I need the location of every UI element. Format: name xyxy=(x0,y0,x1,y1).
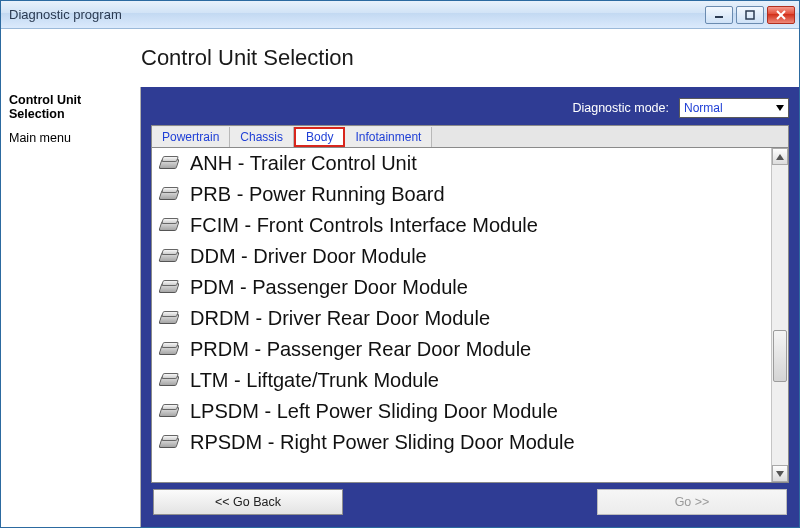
tab-chassis[interactable]: Chassis xyxy=(230,127,294,147)
diagnostic-mode-value: Normal xyxy=(684,101,723,115)
list-item-label: RPSDM - Right Power Sliding Door Module xyxy=(190,431,575,454)
minimize-button[interactable] xyxy=(705,6,733,24)
diagnostic-mode-label: Diagnostic mode: xyxy=(572,101,669,115)
ecu-chip-icon xyxy=(158,404,180,420)
svg-rect-1 xyxy=(746,11,754,19)
app-window: Diagnostic program Control Unit Selectio… xyxy=(0,0,800,528)
ecu-chip-icon xyxy=(158,218,180,234)
module-list-wrap: ANH - Trailer Control UnitPRB - Power Ru… xyxy=(151,147,789,483)
list-item[interactable]: DDM - Driver Door Module xyxy=(152,241,771,272)
ecu-chip-icon xyxy=(158,156,180,172)
list-item-label: PRDM - Passenger Rear Door Module xyxy=(190,338,531,361)
tabstrip: PowertrainChassisBodyInfotainment xyxy=(151,125,789,147)
list-item-label: LPSDM - Left Power Sliding Door Module xyxy=(190,400,558,423)
body: Control Unit SelectionMain menu Diagnost… xyxy=(1,87,799,527)
list-item-label: ANH - Trailer Control Unit xyxy=(190,152,417,175)
list-item-label: PRB - Power Running Board xyxy=(190,183,445,206)
ecu-chip-icon xyxy=(158,280,180,296)
chevron-down-icon xyxy=(776,105,784,111)
header: Control Unit Selection xyxy=(1,29,799,87)
ecu-chip-icon xyxy=(158,187,180,203)
ecu-chip-icon xyxy=(158,373,180,389)
list-item-label: FCIM - Front Controls Interface Module xyxy=(190,214,538,237)
go-back-button[interactable]: << Go Back xyxy=(153,489,343,515)
ecu-chip-icon xyxy=(158,342,180,358)
list-item[interactable]: DRDM - Driver Rear Door Module xyxy=(152,303,771,334)
list-item-label: PDM - Passenger Door Module xyxy=(190,276,468,299)
scrollbar[interactable] xyxy=(771,148,788,482)
module-list[interactable]: ANH - Trailer Control UnitPRB - Power Ru… xyxy=(152,148,771,482)
diagnostic-mode-select[interactable]: Normal xyxy=(679,98,789,118)
tab-infotainment[interactable]: Infotainment xyxy=(345,127,432,147)
window-buttons xyxy=(705,6,795,24)
scroll-track[interactable] xyxy=(772,165,788,465)
sidebar-item-1[interactable]: Main menu xyxy=(9,131,132,145)
ecu-chip-icon xyxy=(158,249,180,265)
list-item[interactable]: LPSDM - Left Power Sliding Door Module xyxy=(152,396,771,427)
page-title: Control Unit Selection xyxy=(141,45,354,71)
list-item[interactable]: PRB - Power Running Board xyxy=(152,179,771,210)
list-item-label: LTM - Liftgate/Trunk Module xyxy=(190,369,439,392)
chevron-down-icon xyxy=(776,471,784,477)
list-item[interactable]: RPSDM - Right Power Sliding Door Module xyxy=(152,427,771,458)
footer: << Go Back Go >> xyxy=(151,483,789,519)
scroll-up-button[interactable] xyxy=(772,148,788,165)
tab-powertrain[interactable]: Powertrain xyxy=(152,127,230,147)
ecu-chip-icon xyxy=(158,435,180,451)
maximize-button[interactable] xyxy=(736,6,764,24)
ecu-chip-icon xyxy=(158,311,180,327)
titlebar[interactable]: Diagnostic program xyxy=(1,1,799,29)
diagnostic-mode-row: Diagnostic mode: Normal xyxy=(151,95,789,121)
list-item[interactable]: LTM - Liftgate/Trunk Module xyxy=(152,365,771,396)
tab-body[interactable]: Body xyxy=(294,127,345,147)
list-item[interactable]: ANH - Trailer Control Unit xyxy=(152,148,771,179)
main-panel: Diagnostic mode: Normal PowertrainChassi… xyxy=(141,87,799,527)
list-item[interactable]: PRDM - Passenger Rear Door Module xyxy=(152,334,771,365)
list-item-label: DRDM - Driver Rear Door Module xyxy=(190,307,490,330)
list-item[interactable]: PDM - Passenger Door Module xyxy=(152,272,771,303)
window-title: Diagnostic program xyxy=(9,7,705,22)
close-button[interactable] xyxy=(767,6,795,24)
scroll-down-button[interactable] xyxy=(772,465,788,482)
chevron-up-icon xyxy=(776,154,784,160)
go-next-button: Go >> xyxy=(597,489,787,515)
sidebar-item-0[interactable]: Control Unit Selection xyxy=(9,93,132,121)
scroll-thumb[interactable] xyxy=(773,330,787,382)
list-item-label: DDM - Driver Door Module xyxy=(190,245,427,268)
sidebar: Control Unit SelectionMain menu xyxy=(1,87,141,527)
list-item[interactable]: FCIM - Front Controls Interface Module xyxy=(152,210,771,241)
